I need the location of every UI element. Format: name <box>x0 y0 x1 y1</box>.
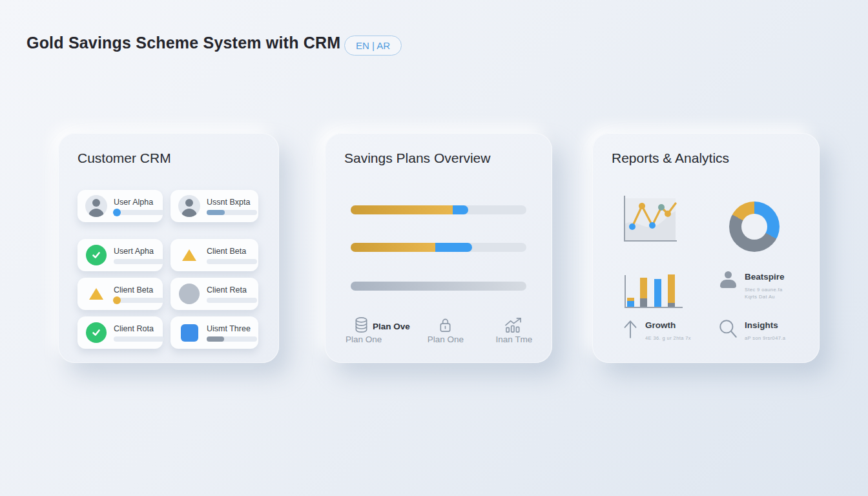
crm-tile-label: Client Reta <box>207 285 257 294</box>
crm-tile-label: Client Beta <box>114 285 164 294</box>
blue-progress-segment <box>435 243 472 252</box>
profile-name: Beatspire <box>745 272 785 282</box>
page-title: Gold Savings Scheme System with CRM <box>26 34 340 52</box>
profile-subtext-1: Stec 9 oaune.fa <box>745 287 783 293</box>
crm-tile[interactable]: Uismt Three <box>170 316 258 349</box>
app-window: Gold Savings Scheme System with CRM EN |… <box>0 0 868 496</box>
crm-tile-progress <box>114 259 164 264</box>
crm-tile-progress <box>114 210 164 215</box>
growth-label: Growth <box>645 320 676 330</box>
crm-tile[interactable]: User Alpha <box>78 190 163 222</box>
volume-bar-chart <box>621 273 684 313</box>
green-check-icon <box>84 322 108 343</box>
progress-fill <box>207 210 225 215</box>
blue-square-icon <box>177 324 202 342</box>
crm-card-title: Customer CRM <box>78 150 171 166</box>
plan-legend-label[interactable]: Inan Tme <box>488 335 540 344</box>
crm-tile-progress <box>207 259 257 264</box>
donut-hole <box>741 214 767 240</box>
blue-progress-segment <box>453 205 468 214</box>
insights-subtext: aP son 9rsr047.a <box>745 335 785 341</box>
crm-tile-progress <box>114 298 164 303</box>
green-check-icon <box>84 245 108 265</box>
language-toggle[interactable]: EN | AR <box>344 36 402 56</box>
savings-plans-card: Savings Plans Overview Plan Ove Plan One <box>325 133 552 363</box>
crm-tile-progress <box>207 298 257 303</box>
profile-subtext-2: Kqrts Dat Au <box>745 294 775 300</box>
person-icon <box>719 271 738 290</box>
crm-tile[interactable]: Client Rota <box>78 316 163 349</box>
plan-progress-bar-1 <box>351 205 526 214</box>
reports-analytics-card: Reports & Analytics Beatspire Ste <box>592 133 820 363</box>
crm-tile[interactable]: Client Beta <box>78 278 163 310</box>
crm-tile-label: Uismt Three <box>207 324 257 333</box>
crm-tile[interactable]: Ussnt Bxpta <box>170 190 258 222</box>
allocation-donut-chart <box>729 202 780 252</box>
plan-legend-highlight[interactable]: Plan Ove <box>373 322 410 331</box>
crm-tile-progress <box>114 336 164 342</box>
plan-legend-label[interactable]: Plan One <box>346 335 382 344</box>
search-icon <box>718 318 738 342</box>
user-avatar-icon <box>177 195 202 217</box>
crm-tile-label: User Alpha <box>114 198 164 207</box>
progress-fill <box>207 336 224 342</box>
crm-tile-label: Client Rota <box>114 324 164 333</box>
trend-line-chart <box>621 193 677 247</box>
gold-progress-segment <box>351 205 453 214</box>
crm-tile-label: Client Beta <box>207 247 257 256</box>
arrow-up-icon <box>622 318 639 342</box>
plan-progress-bar-3 <box>351 282 526 291</box>
crm-tile[interactable]: Client Beta <box>170 239 258 271</box>
crm-tile[interactable]: Usert Apha <box>78 239 163 271</box>
savings-card-title: Savings Plans Overview <box>344 150 490 166</box>
gray-circle-icon <box>177 284 202 304</box>
user-avatar-icon <box>84 195 108 217</box>
blue-dot-indicator <box>113 209 121 216</box>
plan-progress-bar-2 <box>351 243 526 252</box>
crm-tile-label: Usert Apha <box>114 247 164 256</box>
gold-dot-indicator <box>113 296 121 304</box>
insights-label: Insights <box>745 320 778 330</box>
plan-legend-label[interactable]: Plan One <box>420 335 471 344</box>
gold-triangle-icon <box>177 249 202 261</box>
gold-triangle-icon <box>84 288 108 300</box>
crm-tile-label: Ussnt Bxpta <box>207 198 257 207</box>
reports-card-title: Reports & Analytics <box>612 150 729 166</box>
gold-progress-segment <box>351 243 435 252</box>
crm-tile-progress <box>207 210 257 215</box>
crm-tile[interactable]: Client Reta <box>170 278 258 310</box>
customer-crm-card: Customer CRM User Alpha Ussnt Bxpta User… <box>58 133 279 363</box>
crm-tile-progress <box>207 336 257 342</box>
growth-subtext: 4E 36. g ur 2hta 7x <box>645 335 691 341</box>
